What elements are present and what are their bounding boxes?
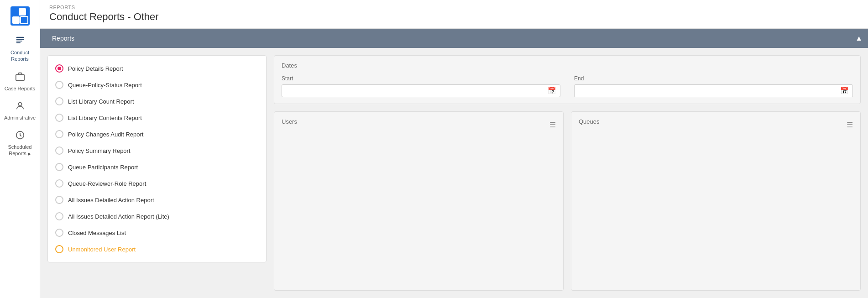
dates-panel-title: Dates xyxy=(282,62,853,69)
start-date-field: Start 📅 xyxy=(282,75,560,97)
conduct-reports-icon xyxy=(15,36,25,48)
report-list-panel: Policy Details Report Queue-Policy-Statu… xyxy=(47,55,267,262)
svg-rect-1 xyxy=(19,8,26,16)
svg-rect-4 xyxy=(16,37,24,38)
list-item[interactable]: All Issues Detailed Action Report xyxy=(48,192,266,208)
users-panel-menu-icon[interactable]: ☰ xyxy=(549,120,556,129)
svg-rect-8 xyxy=(16,74,24,80)
report-label-queue-participants: Queue Participants Report xyxy=(68,164,138,171)
queues-panel-menu-icon[interactable]: ☰ xyxy=(847,120,853,129)
sidebar-item-label-conduct-reports: Conduct Reports xyxy=(4,49,37,63)
list-item[interactable]: Queue-Reviewer-Role Report xyxy=(48,175,266,192)
end-calendar-icon[interactable]: 📅 xyxy=(840,87,849,95)
list-item[interactable]: Queue-Policy-Status Report xyxy=(48,77,266,93)
sidebar-item-administrative[interactable]: Administrative xyxy=(2,97,38,125)
users-panel-header: Users ☰ xyxy=(282,118,556,131)
report-label-closed-messages-list: Closed Messages List xyxy=(68,230,126,236)
radio-closed-messages-list[interactable] xyxy=(55,229,63,237)
list-item[interactable]: All Issues Detailed Action Report (Lite) xyxy=(48,208,266,225)
start-date-input-wrapper[interactable]: 📅 xyxy=(282,84,560,97)
svg-rect-7 xyxy=(16,42,20,43)
app-logo xyxy=(9,5,31,27)
page-header: REPORTS Conduct Reports - Other xyxy=(40,0,868,29)
scheduled-reports-icon xyxy=(15,130,25,142)
bottom-panels: Users ☰ Queues ☰ xyxy=(274,111,861,291)
report-label-policy-details: Policy Details Report xyxy=(68,65,123,72)
right-panels: Dates Start 📅 End xyxy=(274,55,861,291)
start-date-label: Start xyxy=(282,75,560,82)
sidebar-item-scheduled-reports[interactable]: Scheduled Reports ▶ xyxy=(2,126,38,161)
radio-all-issues-detailed[interactable] xyxy=(55,196,63,204)
list-item[interactable]: Policy Changes Audit Report xyxy=(48,126,266,142)
radio-queue-participants[interactable] xyxy=(55,163,63,171)
queues-panel-title: Queues xyxy=(579,118,600,125)
end-date-label: End xyxy=(574,75,853,82)
report-label-all-issues-detailed: All Issues Detailed Action Report xyxy=(68,197,154,204)
content-area: Policy Details Report Queue-Policy-Statu… xyxy=(40,48,868,298)
sidebar: Conduct Reports Case Reports Administrat… xyxy=(0,0,40,298)
reports-tab[interactable]: Reports xyxy=(46,30,81,47)
svg-rect-3 xyxy=(21,16,28,24)
report-label-queue-reviewer-role: Queue-Reviewer-Role Report xyxy=(68,180,146,187)
list-item[interactable]: List Library Contents Report xyxy=(48,110,266,126)
users-panel-title: Users xyxy=(282,118,297,125)
radio-queue-reviewer-role[interactable] xyxy=(55,179,63,188)
main-content: REPORTS Conduct Reports - Other Reports … xyxy=(40,0,868,298)
list-item[interactable]: Policy Details Report xyxy=(48,60,266,77)
queues-panel-header: Queues ☰ xyxy=(579,118,853,131)
date-row: Start 📅 End 📅 xyxy=(282,75,853,97)
case-reports-icon xyxy=(15,72,25,84)
sidebar-item-conduct-reports[interactable]: Conduct Reports xyxy=(2,32,38,66)
start-date-input[interactable] xyxy=(286,88,548,94)
sidebar-item-label-administrative: Administrative xyxy=(4,115,36,121)
sidebar-item-label-scheduled-reports: Scheduled Reports ▶ xyxy=(4,144,37,157)
radio-all-issues-detailed-lite[interactable] xyxy=(55,212,63,220)
report-label-queue-policy-status: Queue-Policy-Status Report xyxy=(68,82,142,89)
list-item[interactable]: Unmonitored User Report xyxy=(48,241,266,257)
sidebar-item-label-case-reports: Case Reports xyxy=(5,85,35,92)
svg-rect-2 xyxy=(12,16,20,24)
svg-rect-6 xyxy=(16,41,22,42)
report-label-policy-changes-audit: Policy Changes Audit Report xyxy=(68,131,143,138)
dates-panel: Dates Start 📅 End xyxy=(274,55,861,104)
report-label-policy-summary: Policy Summary Report xyxy=(68,147,131,154)
end-date-input[interactable] xyxy=(578,88,840,94)
users-panel: Users ☰ xyxy=(274,111,564,291)
report-label-list-library-count: List Library Count Report xyxy=(68,98,134,105)
radio-policy-changes-audit[interactable] xyxy=(55,130,63,138)
svg-rect-5 xyxy=(16,39,24,40)
tab-bar: Reports ▲ xyxy=(40,29,868,48)
tab-collapse-icon[interactable]: ▲ xyxy=(855,34,863,42)
list-item[interactable]: List Library Count Report xyxy=(48,93,266,110)
list-item[interactable]: Queue Participants Report xyxy=(48,159,266,175)
end-date-field: End 📅 xyxy=(574,75,853,97)
end-date-input-wrapper[interactable]: 📅 xyxy=(574,84,853,97)
svg-point-9 xyxy=(18,103,21,106)
report-label-unmonitored-user: Unmonitored User Report xyxy=(68,246,136,253)
radio-policy-summary[interactable] xyxy=(55,146,63,155)
report-label-list-library-contents: List Library Contents Report xyxy=(68,115,142,121)
queues-panel: Queues ☰ xyxy=(571,111,861,291)
sidebar-item-case-reports[interactable]: Case Reports xyxy=(2,68,38,95)
page-title: Conduct Reports - Other xyxy=(49,11,859,23)
start-calendar-icon[interactable]: 📅 xyxy=(548,87,556,95)
radio-unmonitored-user[interactable] xyxy=(55,245,63,253)
report-label-all-issues-detailed-lite: All Issues Detailed Action Report (Lite) xyxy=(68,213,169,220)
radio-policy-details[interactable] xyxy=(55,64,63,73)
radio-queue-policy-status[interactable] xyxy=(55,81,63,89)
radio-list-library-contents[interactable] xyxy=(55,114,63,122)
list-item[interactable]: Policy Summary Report xyxy=(48,142,266,159)
administrative-icon xyxy=(15,101,25,113)
radio-list-library-count[interactable] xyxy=(55,97,63,105)
list-item[interactable]: Closed Messages List xyxy=(48,225,266,241)
breadcrumb: REPORTS xyxy=(49,5,859,10)
